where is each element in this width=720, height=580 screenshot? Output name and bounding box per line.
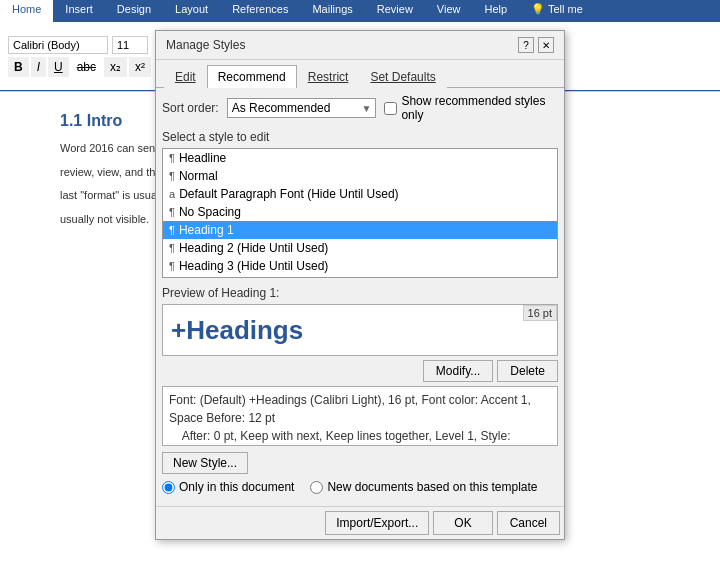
style-item-label: Heading 3 (Hide Until Used) <box>179 259 328 273</box>
style-item-headline[interactable]: ¶ Headline <box>163 149 557 167</box>
ok-button[interactable]: OK <box>433 511 492 535</box>
preview-label: Preview of Heading 1: <box>162 286 558 300</box>
show-recommended-checkbox[interactable] <box>384 102 397 115</box>
dialog-tabs: Edit Recommend Restrict Set Defaults <box>156 60 564 88</box>
default-para-icon: a <box>169 188 175 200</box>
style-item-label: Heading 1 <box>179 223 234 237</box>
style-item-label: Normal <box>179 169 218 183</box>
sort-order-select[interactable]: As Recommended ▼ <box>227 98 377 118</box>
tab-view[interactable]: View <box>425 0 473 22</box>
manage-styles-dialog: Manage Styles ? ✕ Edit Recommend Restric… <box>155 30 565 540</box>
tab-set-defaults[interactable]: Set Defaults <box>359 65 446 88</box>
font-family-input[interactable] <box>8 36 108 54</box>
modify-button[interactable]: Modify... <box>423 360 493 382</box>
bold-button[interactable]: B <box>8 57 29 77</box>
show-recommended-row: Show recommended styles only <box>384 94 558 122</box>
description-text: Font: (Default) +Headings (Calibri Light… <box>169 393 531 446</box>
superscript-button[interactable]: x² <box>129 57 151 77</box>
word-background: Home Insert Design Layout References Mai… <box>0 0 720 580</box>
sort-order-value: As Recommended <box>232 101 331 115</box>
radio-only-document-input[interactable] <box>162 481 175 494</box>
tab-layout[interactable]: Layout <box>163 0 220 22</box>
action-row: Modify... Delete <box>162 360 558 382</box>
delete-button[interactable]: Delete <box>497 360 558 382</box>
select-style-label: Select a style to edit <box>162 130 558 144</box>
show-recommended-label: Show recommended styles only <box>401 94 558 122</box>
style-item-default-para[interactable]: a Default Paragraph Font (Hide Until Use… <box>163 185 557 203</box>
preview-text: +Headings <box>171 315 303 346</box>
style-item-heading1[interactable]: ¶ Heading 1 <box>163 221 557 239</box>
style-item-label: No Spacing <box>179 205 241 219</box>
tab-home[interactable]: Home <box>0 0 53 22</box>
sort-order-row: Sort order: As Recommended ▼ Show recomm… <box>162 94 558 122</box>
style-item-label: Heading 2 (Hide Until Used) <box>179 241 328 255</box>
normal-icon: ¶ <box>169 170 175 182</box>
format-buttons: B I U abc x₂ x² <box>8 57 151 77</box>
preview-size-badge: 16 pt <box>523 305 557 321</box>
preview-box: +Headings 16 pt <box>162 304 558 356</box>
tab-design[interactable]: Design <box>105 0 163 22</box>
tab-mailings[interactable]: Mailings <box>300 0 364 22</box>
tab-help[interactable]: Help <box>473 0 520 22</box>
style-item-heading4[interactable]: ¶ Heading 4 (Hide Until Used) <box>163 275 557 278</box>
tab-insert[interactable]: Insert <box>53 0 105 22</box>
style-item-heading3[interactable]: ¶ Heading 3 (Hide Until Used) <box>163 257 557 275</box>
sort-select-arrow-icon: ▼ <box>361 103 371 114</box>
style-item-no-spacing[interactable]: ¶ No Spacing <box>163 203 557 221</box>
radio-row: Only in this document New documents base… <box>162 480 558 494</box>
style-item-label: Headline <box>179 151 226 165</box>
tab-recommend[interactable]: Recommend <box>207 65 297 88</box>
cancel-button[interactable]: Cancel <box>497 511 560 535</box>
style-list[interactable]: ¶ Headline ¶ Normal a Default Paragraph … <box>162 148 558 278</box>
new-style-button[interactable]: New Style... <box>162 452 248 474</box>
dialog-titlebar: Manage Styles ? ✕ <box>156 31 564 60</box>
tab-review[interactable]: Review <box>365 0 425 22</box>
sort-order-label: Sort order: <box>162 101 219 115</box>
underline-button[interactable]: U <box>48 57 69 77</box>
style-item-label: Heading 4 (Hide Until Used) <box>179 277 328 278</box>
ribbon-tabs-row: Home Insert Design Layout References Mai… <box>0 0 720 22</box>
radio-new-documents-label: New documents based on this template <box>327 480 537 494</box>
radio-only-document-label: Only in this document <box>179 480 294 494</box>
style-item-heading2[interactable]: ¶ Heading 2 (Hide Until Used) <box>163 239 557 257</box>
tab-references[interactable]: References <box>220 0 300 22</box>
strikethrough-button[interactable]: abc <box>71 57 102 77</box>
headline-icon: ¶ <box>169 152 175 164</box>
tab-tell-me[interactable]: 💡 Tell me <box>519 0 595 22</box>
heading2-icon: ¶ <box>169 242 175 254</box>
tab-restrict[interactable]: Restrict <box>297 65 360 88</box>
description-box: Font: (Default) +Headings (Calibri Light… <box>162 386 558 446</box>
radio-new-documents[interactable]: New documents based on this template <box>310 480 537 494</box>
style-item-normal[interactable]: ¶ Normal <box>163 167 557 185</box>
dialog-title: Manage Styles <box>166 38 245 52</box>
subscript-button[interactable]: x₂ <box>104 57 127 77</box>
bottom-row: Import/Export... OK Cancel <box>156 506 564 539</box>
dialog-close-button[interactable]: ✕ <box>538 37 554 53</box>
radio-only-document[interactable]: Only in this document <box>162 480 294 494</box>
heading1-icon: ¶ <box>169 224 175 236</box>
import-export-button[interactable]: Import/Export... <box>325 511 429 535</box>
heading3-icon: ¶ <box>169 260 175 272</box>
tab-edit[interactable]: Edit <box>164 65 207 88</box>
dialog-help-button[interactable]: ? <box>518 37 534 53</box>
italic-button[interactable]: I <box>31 57 46 77</box>
no-spacing-icon: ¶ <box>169 206 175 218</box>
dialog-controls: ? ✕ <box>518 37 554 53</box>
font-size-input[interactable] <box>112 36 148 54</box>
style-item-label: Default Paragraph Font (Hide Until Used) <box>179 187 398 201</box>
radio-new-documents-input[interactable] <box>310 481 323 494</box>
